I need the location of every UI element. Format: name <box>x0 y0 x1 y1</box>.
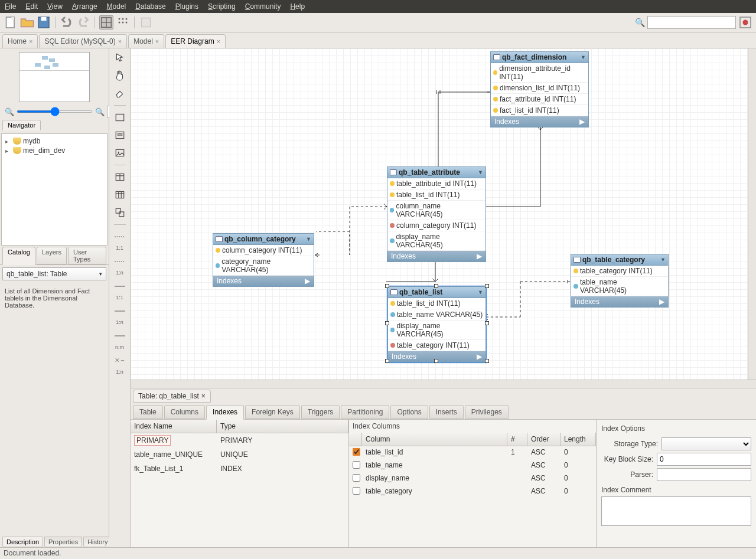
zoom-out-icon[interactable]: 🔍 <box>5 107 14 116</box>
resize-handle[interactable] <box>485 321 489 325</box>
navigator-preview[interactable] <box>19 52 90 102</box>
object-type-combo[interactable]: qb_table_list: Table▾ <box>2 267 106 280</box>
rel-1-n-icon[interactable] <box>112 254 128 269</box>
index-row[interactable]: fk_Table_List_1INDEX <box>131 462 348 476</box>
print-icon[interactable] <box>139 15 153 30</box>
tab-properties[interactable]: Properties <box>44 537 82 547</box>
routine-group-icon[interactable] <box>112 205 128 220</box>
rel-existing-icon[interactable] <box>112 354 128 368</box>
tab-description[interactable]: Description <box>2 537 43 547</box>
chevron-right-icon[interactable]: ▶ <box>305 277 310 285</box>
include-col-checkbox[interactable] <box>353 448 360 456</box>
col-type[interactable]: Type <box>217 420 348 433</box>
col-order[interactable]: Order <box>527 433 561 446</box>
tab-triggers[interactable]: Triggers <box>301 405 340 419</box>
include-col-checkbox[interactable] <box>353 461 360 469</box>
align-icon[interactable] <box>116 15 130 30</box>
menu-arrange[interactable]: Arrange <box>72 2 97 11</box>
storage-type-select[interactable] <box>662 437 751 450</box>
col-length[interactable]: Length <box>561 433 596 446</box>
close-icon[interactable]: × <box>29 38 32 45</box>
chevron-right-icon[interactable]: ▶ <box>477 252 482 260</box>
layer-tool-icon[interactable] <box>112 110 128 125</box>
chevron-down-icon[interactable]: ▼ <box>306 236 311 242</box>
tab-foreign-keys[interactable]: Foreign Keys <box>245 405 300 419</box>
tab-home[interactable]: Home× <box>2 34 38 48</box>
menu-help[interactable]: Help <box>290 2 305 11</box>
chevron-down-icon[interactable]: ▼ <box>581 54 586 60</box>
menu-edit[interactable]: Edit <box>25 2 38 11</box>
menu-database[interactable]: Database <box>135 2 165 11</box>
menu-view[interactable]: View <box>47 2 63 11</box>
rel-1-1-icon[interactable] <box>112 230 128 244</box>
horizontal-scrollbar[interactable] <box>131 380 756 388</box>
col-number[interactable]: # <box>507 433 527 446</box>
open-folder-icon[interactable] <box>20 15 34 30</box>
entity-qb-column-category[interactable]: qb_column_category▼ column_category INT(… <box>213 233 314 287</box>
image-tool-icon[interactable] <box>112 146 128 160</box>
hand-tool-icon[interactable] <box>112 68 128 83</box>
tab-catalog[interactable]: Catalog <box>2 247 35 265</box>
include-col-checkbox[interactable] <box>353 487 360 495</box>
chevron-down-icon[interactable]: ▼ <box>660 257 666 263</box>
vertical-scrollbar[interactable] <box>748 48 756 380</box>
catalog-tree[interactable]: ▸mydb ▸mei_dim_dev <box>1 133 107 246</box>
chevron-down-icon[interactable]: ▼ <box>478 289 483 295</box>
note-tool-icon[interactable] <box>112 128 128 142</box>
editor-tab[interactable]: Table: qb_table_list× <box>133 390 211 403</box>
grid-toggle-icon[interactable] <box>99 15 113 30</box>
menu-plugins[interactable]: Plugins <box>175 2 198 11</box>
menu-model[interactable]: Model <box>107 2 126 11</box>
tab-inserts[interactable]: Inserts <box>429 405 464 419</box>
save-icon[interactable] <box>37 15 51 30</box>
menu-community[interactable]: Community <box>245 2 281 11</box>
resize-handle[interactable] <box>485 359 489 363</box>
tab-history[interactable]: History <box>83 537 112 547</box>
tab-options[interactable]: Options <box>390 405 428 419</box>
close-icon[interactable]: × <box>155 38 159 45</box>
tab-columns[interactable]: Columns <box>164 405 205 419</box>
tab-eer-diagram[interactable]: EER Diagram× <box>165 34 226 48</box>
new-document-icon[interactable] <box>4 15 18 30</box>
parser-input[interactable] <box>657 468 751 481</box>
index-row[interactable]: table_name_UNIQUEUNIQUE <box>131 447 348 462</box>
tab-sql-editor[interactable]: SQL Editor (MySQL-0)× <box>39 34 127 48</box>
index-row[interactable]: PRIMARYPRIMARY <box>131 433 348 447</box>
tab-model[interactable]: Model× <box>128 34 164 48</box>
index-comment-input[interactable] <box>601 496 751 526</box>
chevron-right-icon[interactable]: ▶ <box>659 298 664 306</box>
rel-1-1-id-icon[interactable] <box>112 279 128 293</box>
tab-user-types[interactable]: User Types <box>68 247 106 264</box>
entity-qb-table-category[interactable]: qb_table_category▼ table_category INT(11… <box>571 254 669 308</box>
pointer-tool-icon[interactable] <box>112 51 128 65</box>
zoom-slider[interactable] <box>17 110 93 113</box>
include-col-checkbox[interactable] <box>353 474 360 482</box>
undo-icon[interactable] <box>60 15 74 30</box>
close-icon[interactable]: × <box>217 38 220 45</box>
menu-file[interactable]: FFileile <box>5 2 16 11</box>
table-tool-icon[interactable] <box>112 170 128 184</box>
tab-privileges[interactable]: Privileges <box>465 405 509 419</box>
entity-qb-fact-dimension[interactable]: qb_fact_dimension▼ dimension_attribute_i… <box>490 51 589 128</box>
search-options-icon[interactable] <box>738 15 752 30</box>
menu-scripting[interactable]: Scripting <box>208 2 236 11</box>
entity-qb-table-attribute[interactable]: qb_table_attribute▼ table_attribute_id I… <box>387 166 486 262</box>
tab-partitioning[interactable]: Partitioning <box>341 405 389 419</box>
zoom-in-icon[interactable]: 🔍 <box>95 107 105 116</box>
tab-indexes[interactable]: Indexes <box>206 405 244 420</box>
chevron-right-icon[interactable]: ▶ <box>579 117 585 126</box>
tab-table[interactable]: Table <box>133 405 163 419</box>
resize-handle[interactable] <box>434 359 438 363</box>
key-block-size-input[interactable] <box>657 453 751 466</box>
tab-layers[interactable]: Layers <box>37 247 67 264</box>
resize-handle[interactable] <box>385 321 389 325</box>
tree-item-mydb[interactable]: ▸mydb <box>4 136 105 146</box>
chevron-right-icon[interactable]: ▶ <box>477 352 482 361</box>
navigator-tab[interactable]: Navigator <box>2 120 41 130</box>
entity-qb-table-list[interactable]: qb_table_list▼ table_list_id INT(11) tab… <box>387 286 486 362</box>
col-column[interactable]: Column <box>362 433 507 446</box>
rel-1-n-id-icon[interactable] <box>112 304 128 318</box>
eraser-tool-icon[interactable] <box>112 86 128 100</box>
resize-handle[interactable] <box>485 284 489 288</box>
resize-handle[interactable] <box>434 284 438 288</box>
